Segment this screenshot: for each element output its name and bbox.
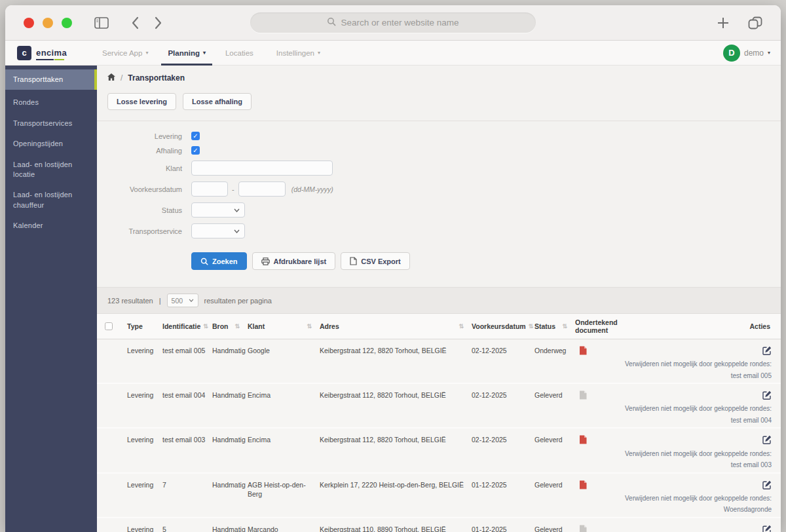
nav-service-app[interactable]: Service App ▾ [102,41,148,65]
zoeken-button[interactable]: Zoeken [191,252,247,270]
sort-icon: ⇅ [234,323,240,330]
levering-label: Levering [107,132,182,140]
chevron-down-icon: ▾ [768,50,770,56]
address-bar-placeholder: Search or enter website name [341,18,458,28]
status-label: Status [107,206,182,214]
page-size-select[interactable]: 500 [167,294,198,307]
chevron-down-icon: ▾ [318,50,320,56]
sidebar-item-laad-lostijden-locatie[interactable]: Laad- en lostijden locatie [5,155,97,185]
cell-bron: Handmatig [212,390,248,400]
cell-voorkeursdatum: 02-12-2025 [472,390,534,400]
sort-icon: ⇅ [529,323,534,330]
col-type: Type [127,322,162,330]
zoom-window-button[interactable] [62,18,72,28]
cell-voorkeursdatum: 01-12-2025 [472,480,534,489]
col-voorkeursdatum[interactable]: Voorkeursdatum⇅ [472,322,534,330]
klant-input[interactable] [191,161,333,176]
table-row: Levering 7 Handmatig AGB Heist-op-den-Be… [97,474,781,518]
col-bron[interactable]: Bron⇅ [212,322,248,330]
sidebar-item-kalender[interactable]: Kalender [5,216,97,236]
afdrukbare-lijst-button[interactable]: Afdrukbare lijst [252,252,336,270]
results-bar: 123 resultaten | 500 resultaten per pagi… [97,288,781,314]
sort-icon: ⇅ [307,323,312,330]
col-status[interactable]: Status⇅ [534,322,575,330]
edit-icon[interactable] [762,525,772,532]
col-acties: Acties [652,322,772,330]
losse-afhaling-button[interactable]: Losse afhaling [183,93,252,110]
pdf-document-icon[interactable] [579,390,587,402]
table-header: Type Identificatie⇅ Bron⇅ Klant⇅ Adres⇅ … [97,314,781,339]
sidebar-item-rondes[interactable]: Rondes [5,92,97,113]
pdf-document-icon[interactable] [579,435,587,446]
cell-identificatie: 5 [162,525,212,532]
avatar: D [723,45,740,62]
date-from-input[interactable] [191,181,228,197]
minimize-window-button[interactable] [43,18,53,28]
date-to-input[interactable] [238,181,286,197]
nav-planning[interactable]: Planning ▾ [168,41,206,65]
table-row: Levering test email 004 Handmatig Encima… [97,384,781,428]
page-title: Transporttaken [128,73,185,83]
losse-levering-button[interactable]: Losse levering [107,93,176,110]
nav-locaties[interactable]: Locaties [225,41,257,65]
cell-type: Levering [127,390,162,400]
edit-icon[interactable] [762,435,772,446]
forward-icon[interactable] [154,16,162,29]
col-klant[interactable]: Klant⇅ [248,322,320,330]
logo-text: encima [36,48,67,58]
edit-icon[interactable] [762,480,772,491]
edit-icon[interactable] [762,390,772,402]
cell-klant: Google [248,346,320,355]
cell-voorkeursdatum: 01-12-2025 [472,525,534,532]
main-content: / Transporttaken Losse levering Losse af… [97,66,781,532]
cell-bron: Handmatig [212,525,248,532]
csv-export-button[interactable]: CSV Export [341,252,410,270]
chevron-down-icon: ▾ [145,50,148,56]
window-controls [24,18,72,28]
tab-overview-icon[interactable] [748,16,762,29]
status-select[interactable] [191,202,245,218]
table-row: Levering 5 Handmatig Marcando Keibergstr… [97,518,781,532]
cell-klant: Marcando [248,525,320,532]
user-menu[interactable]: D demo ▾ [723,45,770,62]
cell-adres: Keibergstraat 110, 8890 Torhout, BELGIË [320,525,472,532]
home-icon[interactable] [107,73,115,83]
delete-note: Verwijderen niet mogelijk door gekoppeld… [625,360,772,370]
address-bar[interactable]: Search or enter website name [250,12,536,33]
nav-instellingen[interactable]: Instellingen ▾ [276,41,320,65]
col-adres[interactable]: Adres⇅ [320,322,472,330]
browser-chrome: Search or enter website name [5,5,781,41]
sidebar-toggle-icon[interactable] [94,17,109,29]
cell-type: Levering [127,480,162,489]
app-logo: c encima [17,46,97,60]
cell-voorkeursdatum: 02-12-2025 [472,346,534,355]
sort-icon: ⇅ [203,323,208,330]
new-tab-icon[interactable] [717,16,730,29]
sidebar-item-transporttaken[interactable]: Transporttaken [5,69,97,90]
main-nav: Service App ▾ Planning ▾ Locaties Instel… [102,41,320,65]
edit-icon[interactable] [762,346,772,357]
pdf-document-icon[interactable] [579,346,587,357]
levering-checkbox[interactable]: ✓ [191,132,200,140]
close-window-button[interactable] [24,18,34,28]
app-header: c encima Service App ▾ Planning ▾ Locati… [5,41,781,66]
sidebar-item-laad-lostijden-chauffeur[interactable]: Laad- en lostijden chauffeur [5,185,97,216]
afhaling-checkbox[interactable]: ✓ [191,146,200,155]
transportservice-select[interactable] [191,223,245,238]
user-name: demo [744,48,764,58]
sort-icon: ⇅ [458,323,464,330]
printer-icon [261,257,270,265]
klant-label: Klant [107,164,182,172]
sidebar-item-transportservices[interactable]: Transportservices [5,113,97,134]
cell-klant: Encima [248,435,320,444]
cell-status: Geleverd [534,390,575,400]
back-icon[interactable] [131,16,140,29]
cell-adres: Keibergstraat 112, 8820 Torhout, BELGIË [320,435,472,444]
pdf-document-icon[interactable] [579,480,587,491]
pdf-document-icon[interactable] [579,525,587,532]
sidebar-item-openingstijden[interactable]: Openingstijden [5,134,97,154]
select-all-checkbox[interactable] [105,322,113,330]
col-identificatie[interactable]: Identificatie⇅ [162,322,212,330]
chevron-down-icon [234,208,240,212]
cell-type: Levering [127,525,162,532]
